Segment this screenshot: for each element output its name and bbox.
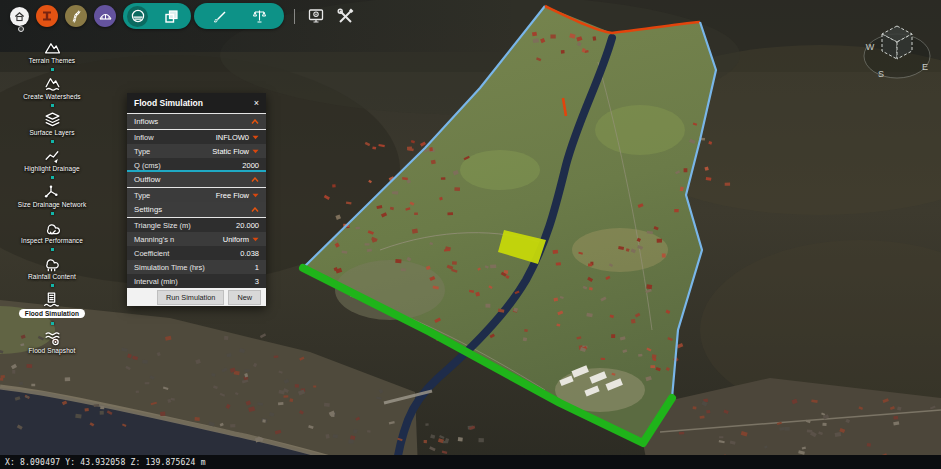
field-value-type[interactable]: Free Flow: [216, 191, 259, 200]
new-button[interactable]: New: [228, 290, 261, 305]
row-type: TypeStatic Flow: [127, 144, 266, 158]
section-title: Outflow: [134, 175, 160, 184]
sidebar-item-size-drainage-network[interactable]: Size Drainage Network: [18, 183, 87, 208]
chevron-up-icon: [251, 119, 259, 124]
watershed-tool-button[interactable]: [127, 6, 148, 27]
field-label: Q (cms): [134, 161, 161, 170]
run-simulation-button[interactable]: Run Simulation: [157, 290, 224, 305]
compass-south[interactable]: S: [878, 69, 884, 79]
sidebar-item-label: Highlight Drainage: [24, 165, 79, 172]
bridges-tool-icon: [99, 10, 112, 23]
sidebar-item-flood-snapshot[interactable]: Flood Snapshot: [29, 329, 76, 354]
size-drainage-network-icon: [43, 183, 60, 200]
section-header-settings[interactable]: Settings: [127, 202, 266, 218]
panel-title: Flood Simulation: [134, 98, 203, 108]
copy-layers-button[interactable]: [160, 5, 182, 27]
field-label: Coefficient: [134, 249, 169, 258]
scales-icon: [252, 9, 267, 24]
sidebar: Terrain ThemesCreate WatershedsSurface L…: [6, 38, 98, 355]
sidebar-item-surface-layers[interactable]: Surface Layers: [29, 111, 74, 136]
roads-tool-icon: [70, 10, 83, 23]
toolbar-divider: [294, 9, 295, 24]
chevron-up-icon: [251, 177, 259, 182]
bridges-tool-button[interactable]: [94, 5, 116, 27]
field-label: Interval (min): [134, 277, 178, 286]
row-type: TypeFree Flow: [127, 188, 266, 202]
sidebar-item-label: Terrain Themes: [29, 57, 75, 64]
sidebar-item-label: Surface Layers: [29, 129, 74, 136]
terrain-themes-icon: [44, 39, 61, 56]
flood-snapshot-icon: [44, 329, 61, 346]
field-value-interval-min[interactable]: 3: [255, 277, 259, 286]
create-watersheds-icon: [44, 75, 61, 92]
field-label: Type: [134, 147, 150, 156]
row-simulation-time-hrs: Simulation Time (hrs)1: [127, 260, 266, 274]
sidebar-item-label: Create Watersheds: [23, 93, 80, 100]
home-button[interactable]: [10, 7, 29, 26]
dropdown-caret-icon: [252, 149, 259, 154]
monitor-session-button[interactable]: [305, 5, 327, 27]
inspect-performance-icon: [44, 219, 61, 236]
row-manning-s-n: Manning's nUniform: [127, 232, 266, 246]
field-label: Simulation Time (hrs): [134, 263, 205, 272]
panel-sections: InflowsInflowINFLOW0TypeStatic FlowQ (cm…: [127, 114, 266, 288]
watershed-tool-group: [123, 3, 191, 29]
roller-tool-icon: [41, 10, 53, 22]
utilities-wrench-icon: [336, 7, 355, 26]
watershed-tool-icon: [131, 9, 145, 23]
section-header-outflow[interactable]: Outflow: [127, 172, 266, 188]
sidebar-item-label: Inspect Performance: [21, 237, 83, 244]
field-value-q-cms[interactable]: 2000: [242, 161, 259, 170]
section-title: Inflows: [134, 117, 158, 126]
field-patch: [460, 150, 540, 190]
compass-east[interactable]: E: [922, 62, 928, 72]
field-label: Inflow: [134, 133, 154, 142]
row-interval-min: Interval (min)3: [127, 274, 266, 288]
flood-simulation-icon: [43, 291, 60, 308]
sidebar-separator-dot: [51, 140, 54, 143]
draw-button[interactable]: [208, 5, 230, 27]
field-value-simulation-time-hrs[interactable]: 1: [255, 263, 259, 272]
dropdown-caret-icon: [252, 135, 259, 140]
sidebar-item-highlight-drainage[interactable]: Highlight Drainage: [24, 147, 79, 172]
panel-button-strip: Run Simulation New: [127, 288, 266, 306]
compare-button[interactable]: [248, 5, 270, 27]
cursor-coordinates: X: 8.090497 Y: 43.932058 Z: 139.875624 m: [5, 458, 206, 467]
sidebar-item-inspect-performance[interactable]: Inspect Performance: [21, 219, 83, 244]
roller-tool-button[interactable]: [36, 5, 58, 27]
panel-titlebar: Flood Simulation ×: [127, 93, 266, 114]
sidebar-item-label: Flood Snapshot: [29, 347, 76, 354]
edit-tool-group: [194, 3, 284, 29]
copy-layers-icon: [164, 9, 179, 24]
sidebar-separator-dot: [51, 212, 54, 215]
section-title: Settings: [134, 205, 162, 214]
application-window: W S E: [0, 0, 941, 469]
sidebar-item-create-watersheds[interactable]: Create Watersheds: [23, 75, 80, 100]
field-value-type[interactable]: Static Flow: [212, 147, 259, 156]
flood-simulation-panel: Flood Simulation × InflowsInflowINFLOW0T…: [127, 93, 266, 306]
row-coefficient: Coefficient0.038: [127, 246, 266, 260]
sidebar-item-label: Size Drainage Network: [18, 201, 87, 208]
utilities-button[interactable]: [334, 5, 356, 27]
sidebar-item-rainfall-content[interactable]: Rainfall Content: [28, 255, 76, 280]
field-value-triangle-size-m[interactable]: 20.000: [236, 221, 259, 230]
dropdown-caret-icon: [252, 237, 259, 242]
roads-tool-button[interactable]: [65, 5, 87, 27]
sidebar-item-flood-simulation[interactable]: Flood Simulation: [19, 291, 85, 318]
field-value-coefficient[interactable]: 0.038: [240, 249, 259, 258]
surface-layers-icon: [44, 111, 61, 128]
sidebar-separator-dot: [51, 68, 54, 71]
field-value-manning-s-n[interactable]: Uniform: [223, 235, 259, 244]
sidebar-item-label: Flood Simulation: [19, 309, 85, 318]
chevron-up-icon: [251, 207, 259, 212]
section-header-inflows[interactable]: Inflows: [127, 114, 266, 130]
sidebar-item-label: Rainfall Content: [28, 273, 76, 280]
sidebar-separator-dot: [51, 284, 54, 287]
compass-west[interactable]: W: [866, 42, 875, 52]
sidebar-item-terrain-themes[interactable]: Terrain Themes: [29, 39, 75, 64]
field-value-inflow[interactable]: INFLOW0: [216, 133, 259, 142]
field-label: Triangle Size (m): [134, 221, 191, 230]
status-bar: X: 8.090497 Y: 43.932058 Z: 139.875624 m: [0, 455, 941, 469]
row-inflow: InflowINFLOW0: [127, 130, 266, 144]
close-icon[interactable]: ×: [254, 99, 259, 108]
